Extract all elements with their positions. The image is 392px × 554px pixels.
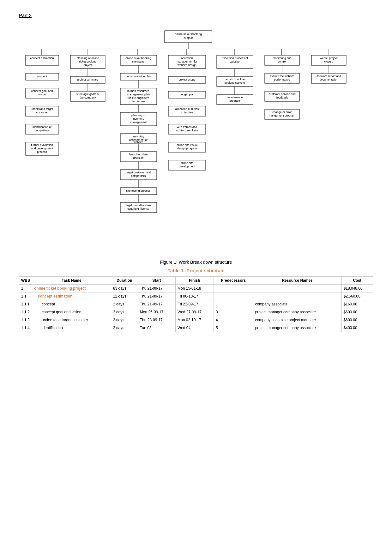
svg-text:communication plan: communication plan [125,75,151,78]
svg-text:website: website [133,141,143,144]
table-cell: project manager,company associate [253,308,341,316]
table-cell: $600.00 [341,308,373,316]
svg-text:program: program [229,99,240,102]
svg-text:competitors: competitors [131,174,146,178]
svg-text:management: management [130,121,147,124]
svg-text:online ticket booking: online ticket booking [125,57,151,60]
table-cell: Thu 28-09-17 [138,316,175,324]
svg-text:feasibility: feasibility [132,135,144,138]
table-cell: 1.1 [19,292,32,300]
svg-text:mangement program: mangement program [269,114,295,117]
table-cell: identification [32,324,111,332]
svg-text:development: development [179,165,195,168]
svg-text:copyright ,license: copyright ,license [127,207,149,210]
table-cell: 12 days [111,292,138,300]
col-header-start: Start [138,277,175,285]
svg-text:concept goal and: concept goal and [31,89,53,93]
svg-text:and development: and development [31,147,53,150]
col-header-predecessors: Predecessors [214,277,253,285]
svg-text:documentation: documentation [319,78,338,81]
table-cell: 1.1.1 [19,300,32,308]
table-cell [214,300,253,308]
table-cell [214,292,253,300]
table-cell: understand target customer [32,316,111,324]
svg-text:project scope: project scope [178,78,196,81]
table-cell: 2 days [111,300,138,308]
svg-text:control: control [278,60,286,63]
svg-text:to techies: to techies [181,111,193,114]
svg-text:identification of: identification of [32,125,51,129]
table-cell: Fri 22-09-17 [176,300,214,308]
table-cell: concept estimation [32,292,111,300]
svg-text:process: process [37,150,47,154]
table-cell: 83 days [111,285,138,292]
table-cell: Fri 06-10-17 [176,292,214,300]
table-cell: company associate [253,300,341,308]
svg-text:site name: site name [132,60,144,63]
svg-text:customer: customer [36,111,48,114]
svg-text:management plan: management plan [127,93,149,96]
svg-text:management for: management for [177,60,197,63]
svg-text:inventory: inventory [132,117,144,120]
svg-text:legal formalities like: legal formalities like [126,204,151,207]
table-cell: concept [32,300,111,308]
svg-text:streatagic goals of: streatagic goals of [76,93,100,96]
table-cell: 1.1.3 [19,316,32,324]
svg-text:target customer and: target customer and [125,171,151,174]
svg-text:wire frames and: wire frames and [176,125,197,129]
col-header-finish: Finish [176,277,214,285]
part-heading: Part 3 [19,13,32,18]
svg-text:evalute the website: evalute the website [270,75,294,78]
table-cell: Mon 15-01-18 [176,285,214,292]
table-cell: 2 days [111,324,138,332]
svg-text:technician: technician [132,100,145,103]
table-cell: project manager,company associate [253,324,341,332]
table-row: 1.1.1concept2 daysThu 21-09-17Fri 22-09-… [19,300,373,308]
svg-text:change or error: change or error [272,111,292,114]
svg-text:launching date: launching date [129,153,148,156]
table-cell [214,285,253,292]
svg-text:planning of: planning of [131,114,145,117]
svg-text:further evaluation: further evaluation [31,143,53,147]
svg-text:maintenance: maintenance [226,96,243,99]
svg-text:website: website [229,60,239,63]
table-cell: $18,048.00 [341,285,373,292]
col-header-wbs: WBS [19,277,32,285]
svg-text:closure: closure [324,60,333,63]
col-header-task: Task Name [32,277,111,285]
table-cell: $160.00 [341,300,373,308]
table-caption: Table 1: Project schedule [19,268,373,273]
svg-text:project summary: project summary [77,78,98,81]
table-cell: Thu 21-09-17 [138,285,175,292]
table-cell: Tue 03- [138,324,175,332]
table-cell: Thu 21-09-17 [138,292,175,300]
svg-text:online site: online site [180,161,193,165]
svg-text:decision: decision [133,156,143,160]
col-header-duration: Duration [111,277,138,285]
col-header-resources: Resource Names [253,277,341,285]
svg-text:human resourcee: human resourcee [127,89,149,93]
svg-text:understand target: understand target [31,107,53,111]
svg-text:planning of online: planning of online [76,57,99,60]
svg-text:feedback: feedback [276,96,288,99]
svg-text:project: project [83,63,92,67]
table-cell: 3 [214,308,253,316]
table-cell: 4 [214,316,253,324]
svg-text:booking sysyem: booking sysyem [224,81,245,84]
svg-text:customer service and: customer service and [268,93,296,96]
table-cell: Wed 04- [176,324,214,332]
svg-text:concept: concept [37,75,47,78]
svg-text:concept estimation: concept estimation [30,57,54,60]
svg-text:competitors: competitors [34,129,49,132]
table-cell: 5 [214,324,253,332]
svg-text:project: project [184,36,193,39]
table-cell: 1.1.2 [19,308,32,316]
svg-text:allocation of duties: allocation of duties [175,107,199,111]
table-row: 1.1.3understand target customer3 daysThu… [19,316,373,324]
svg-text:online site visual: online site visual [176,143,197,147]
svg-text:monitoring and: monitoring and [273,57,292,60]
table-cell: concept goal and vision [32,308,111,316]
col-header-cost: Cost [341,277,373,285]
svg-text:for like engineers: for like engineers [127,96,149,99]
table-row: 1online ticket booking project83 daysThu… [19,285,373,292]
